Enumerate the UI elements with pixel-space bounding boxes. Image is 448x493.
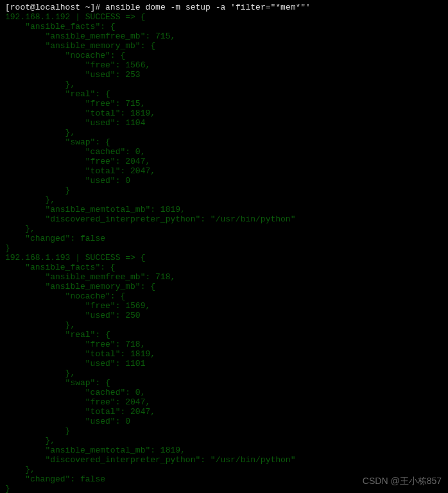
shell-prompt: [root@localhost ~] <box>5 3 95 12</box>
watermark: CSDN @王小栋857 <box>363 476 442 486</box>
command-line: ansible dome -m setup -a 'filter="*mem*"… <box>105 3 311 12</box>
terminal-output: [root@localhost ~]# ansible dome -m setu… <box>5 3 443 493</box>
